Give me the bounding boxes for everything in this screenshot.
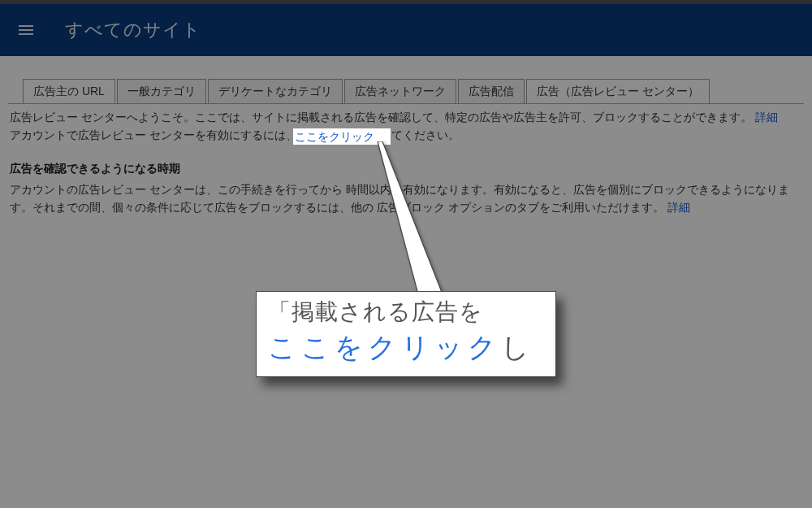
main-content: 広告主の URL 一般カテゴリ デリケートなカテゴリ 広告ネットワーク 広告配信…: [0, 56, 812, 217]
tab-ad-delivery[interactable]: 広告配信: [458, 79, 525, 103]
click-here-link[interactable]: ここをクリック: [300, 128, 380, 141]
callout-line2: ここをクリックし: [268, 329, 544, 367]
tab-label: デリケートなカテゴリ: [218, 85, 332, 98]
intro-text: アカウントで広告レビュー センターを有効にするには、: [10, 128, 297, 141]
tab-label: 広告（広告レビュー センター）: [537, 85, 699, 98]
menu-icon[interactable]: [10, 14, 42, 46]
tab-label: 広告主の URL: [33, 85, 105, 98]
callout-box: 「掲載される広告を ここをクリックし: [256, 291, 556, 377]
callout-main-text: ここをクリック: [268, 329, 501, 367]
details-link[interactable]: 詳細: [755, 111, 778, 124]
details-link-2[interactable]: 詳細: [667, 201, 690, 214]
intro-paragraph-2: アカウントで広告レビュー センターを有効にするには、 ここをクリックしてください…: [8, 127, 804, 145]
tab-ad-review-center[interactable]: 広告（広告レビュー センター）: [526, 79, 710, 103]
tab-ad-network[interactable]: 広告ネットワーク: [344, 79, 456, 103]
tab-bar: 広告主の URL 一般カテゴリ デリケートなカテゴリ 広告ネットワーク 広告配信…: [8, 79, 804, 103]
intro-text: してください。: [380, 128, 460, 141]
callout-line1: 「掲載される広告を: [268, 297, 544, 328]
section-heading: 広告を確認できるようになる時期: [8, 162, 804, 176]
intro-text: 広告レビュー センターへようこそ。ここでは、サイトに掲載される広告を確認して、特…: [10, 111, 752, 124]
section-body: アカウントの広告レビュー センターは、この手続きを行ってから 時間以内に有効にな…: [8, 181, 804, 216]
tab-panel: 広告レビュー センターへようこそ。ここでは、サイトに掲載される広告を確認して、特…: [8, 103, 804, 217]
intro-paragraph-1: 広告レビュー センターへようこそ。ここでは、サイトに掲載される広告を確認して、特…: [8, 109, 804, 127]
tab-label: 広告配信: [469, 85, 514, 98]
app-header: すべてのサイト: [0, 4, 812, 56]
callout-trail-text: し: [501, 329, 531, 367]
tab-label: 広告ネットワーク: [355, 85, 446, 98]
tab-general-category[interactable]: 一般カテゴリ: [117, 79, 206, 103]
tab-advertiser-url[interactable]: 広告主の URL: [23, 79, 115, 103]
page-title: すべてのサイト: [65, 18, 201, 42]
tab-sensitive-category[interactable]: デリケートなカテゴリ: [208, 79, 343, 103]
tab-label: 一般カテゴリ: [127, 85, 196, 98]
